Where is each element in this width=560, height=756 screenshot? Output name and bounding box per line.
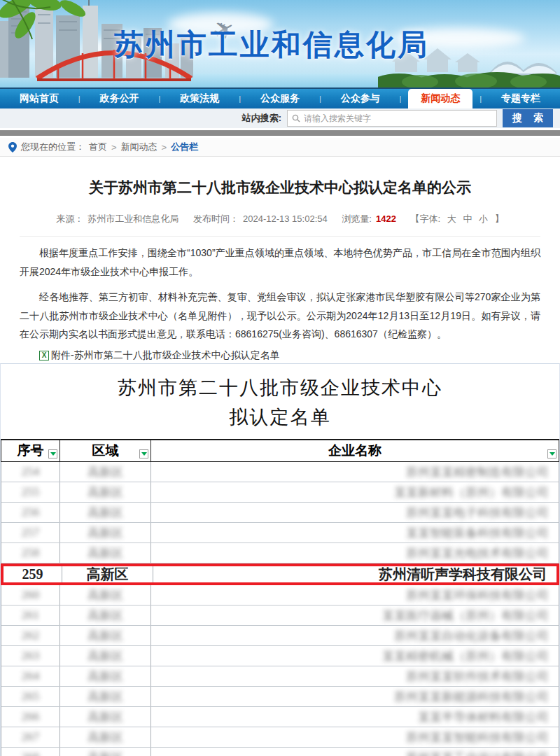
sheet-header-row: 序号 区域 企业名称 [1,439,559,462]
divider-bar [0,130,560,136]
cell-seq: 266 [1,707,60,727]
cell-region: 高新区 [62,566,153,582]
cell-seq: 262 [1,626,60,645]
filter-dropdown-icon [48,449,57,458]
cell-company: 苏州某某新能源科技有限公司 [151,687,559,706]
cell-company: 苏州某某自动化设备有限公司 [151,626,559,645]
font-size-large[interactable]: 大 [447,214,456,224]
cell-region: 高新区 [60,606,151,625]
article-paragraph: 经各地推荐、第三方初审、材料补充完善、复审、党组会审议，拟认定张家港市民华塑胶有… [20,288,540,344]
sheet-body: 254高新区苏州某某精密制造有限公司255高新区某某新材料（苏州）有限公司256… [1,462,559,756]
nav-item-1[interactable]: 网站首页 [7,89,71,108]
table-row: 254高新区苏州某某精密制造有限公司 [1,462,559,482]
site-banner: ✈ 苏州市工业和信息化局 [0,0,560,88]
cell-region: 高新区 [60,462,151,482]
column-header-company: 企业名称 [151,440,559,461]
table-row: 258高新区苏州某某光电技术有限公司 [1,543,559,564]
search-input[interactable] [304,113,492,123]
breadcrumb-separator: > [162,142,167,153]
table-row: 255高新区某某新材料（苏州）有限公司 [1,482,559,503]
attachment-sheet-image: 苏州市第二十八批市级企业技术中心 拟认定名单 序号 区域 企业名称 254高新区… [0,363,560,756]
location-pin-icon [8,142,17,153]
table-row: 261高新区某某医疗器械（苏州）有限公司 [1,606,559,626]
cell-seq: 259 [4,566,62,582]
cell-company: 某某智能装备科技有限公司 [151,523,559,542]
cell-company: 苏州某某软件技术有限公司 [151,666,559,686]
article-meta: 来源：苏州市工业和信息化局 发布时间：2024-12-13 15:02:54 浏… [20,213,540,225]
table-row: 266高新区某某半导体材料有限公司 [1,707,559,727]
cell-region: 高新区 [60,543,151,563]
nav-cell: 新闻动态 [401,89,479,108]
attachment-row: X 附件-苏州市第二十八批市级企业技术中心拟认定名单 [20,349,540,362]
table-row: 263高新区某某精密机械（苏州）有限公司 [1,646,559,666]
nav-cell: 公众服务 [241,89,319,108]
nav-item-3[interactable]: 政策法规 [167,89,232,108]
sheet-title-line2: 拟认定名单 [1,405,559,430]
table-row: 265高新区苏州某某新能源科技有限公司 [1,687,559,707]
cell-seq: 257 [1,523,60,542]
attachment-link[interactable]: 附件-苏州市第二十八批市级企业技术中心拟认定名单 [51,349,280,362]
breadcrumb-bulletin[interactable]: 公告栏 [171,141,198,153]
table-row: 257高新区某某智能装备科技有限公司 [1,523,559,543]
cell-seq: 261 [1,606,60,625]
nav-cell: 网站首页 [0,89,78,108]
nav-item-6[interactable]: 新闻动态 [408,89,472,108]
cell-company: 某某精密机械（苏州）有限公司 [151,646,559,666]
table-row: 268高新区苏州某某工业设计有限公司 [1,748,559,756]
cell-seq: 264 [1,666,60,686]
cell-region: 高新区 [60,646,151,666]
breadcrumb-news[interactable]: 新闻动态 [121,141,158,153]
cell-region: 高新区 [60,727,151,747]
views-label: 浏览量: [342,214,372,224]
article: 关于苏州市第二十八批市级企业技术中心拟认定名单的公示 来源：苏州市工业和信息化局… [0,157,560,363]
column-header-region: 区域 [60,440,151,461]
publish-value: 2024-12-13 15:02:54 [243,214,328,224]
breadcrumb-separator: > [111,142,117,153]
cell-seq: 267 [1,727,60,747]
cell-company: 苏州清听声学科技有限公司 [153,566,556,582]
font-label-end: 】 [495,214,504,224]
cell-seq: 254 [1,462,60,482]
nav-item-2[interactable]: 政务公开 [88,89,152,108]
cell-company: 某某新材料（苏州）有限公司 [151,482,559,502]
cell-company: 某某半导体材料有限公司 [151,707,559,727]
cell-region: 高新区 [60,523,151,542]
cell-seq: 263 [1,646,60,666]
cell-region: 高新区 [60,707,151,727]
search-button[interactable]: 搜 索 [503,109,553,127]
font-size-small[interactable]: 小 [479,214,488,224]
publish-label: 发布时间： [193,214,239,224]
table-row: 267高新区苏州某某智能科技有限公司 [1,727,559,748]
nav-item-5[interactable]: 公众参与 [328,89,393,108]
cell-region: 高新区 [60,626,151,645]
breadcrumb-prefix: 您现在的位置： [21,141,85,153]
breadcrumb: 您现在的位置： 首页 > 新闻动态 > 公告栏 [0,138,560,157]
table-row: 256高新区苏州某某电子科技有限公司 [1,503,559,523]
excel-file-icon: X [39,351,49,360]
source-value: 苏州市工业和信息化局 [88,214,178,224]
sheet-title-line1: 苏州市第二十八批市级企业技术中心 [1,375,559,400]
table-row: 260高新区苏州某某环保科技有限公司 [1,585,559,606]
font-size-medium[interactable]: 中 [463,214,472,224]
site-title: 苏州市工业和信息化局 [114,25,429,64]
cell-company: 苏州某某精密制造有限公司 [151,462,559,482]
cell-seq: 268 [1,748,60,756]
cell-region: 高新区 [60,585,151,605]
cell-region: 高新区 [60,666,151,686]
views-count: 1422 [376,214,396,224]
nav-item-4[interactable]: 公众服务 [248,89,312,108]
font-label: 【字体: [411,214,441,224]
site-search-label: 站内搜索: [242,112,281,125]
cell-company: 苏州某某智能科技有限公司 [151,727,559,747]
table-row: 262高新区苏州某某自动化设备有限公司 [1,626,559,646]
search-box[interactable] [287,110,497,127]
nav-cell: 专题专栏 [482,89,560,108]
leaves-graphic [0,0,108,50]
breadcrumb-home[interactable]: 首页 [89,141,107,153]
nav-item-7[interactable]: 专题专栏 [489,89,553,108]
cell-seq: 255 [1,482,60,502]
cell-region: 高新区 [60,748,151,756]
cell-seq: 256 [1,503,60,522]
cell-region: 高新区 [60,482,151,502]
bushes-graphic [378,64,560,88]
